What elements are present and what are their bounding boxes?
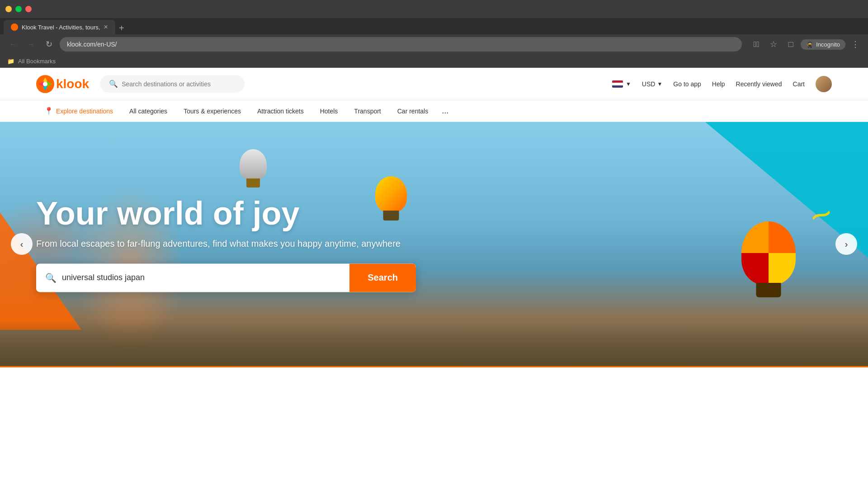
- nav-item-transport[interactable]: Transport: [346, 100, 389, 122]
- incognito-label: Incognito: [816, 41, 840, 48]
- nav-item-label: Explore destinations: [56, 108, 113, 115]
- hero-content: Your world of joy From local escapes to …: [36, 196, 416, 292]
- help-link[interactable]: Help: [712, 80, 725, 88]
- user-avatar[interactable]: [816, 76, 832, 92]
- website: klook 🔍 ▼ USD ▼ Go to app Help Recently …: [0, 68, 868, 402]
- us-flag-icon: [612, 80, 623, 88]
- menu-button[interactable]: ⋮: [848, 37, 863, 52]
- nav-item-hotels[interactable]: Hotels: [312, 100, 346, 122]
- tab-title: Klook Travel - Activities, tours,: [22, 24, 100, 31]
- language-selector[interactable]: ▼: [612, 80, 631, 88]
- tab-favicon: [11, 23, 18, 31]
- header-right: ▼ USD ▼ Go to app Help Recently viewed C…: [612, 76, 832, 92]
- hero-prev-button[interactable]: ‹: [11, 233, 33, 255]
- hero-title: Your world of joy: [36, 196, 416, 231]
- nav-more-button[interactable]: ...: [436, 100, 454, 122]
- header-search[interactable]: 🔍: [100, 75, 245, 93]
- chevron-left-icon: ‹: [20, 239, 24, 249]
- hide-eye-button[interactable]: 👁̸: [749, 37, 764, 52]
- minimize-button[interactable]: [5, 6, 12, 12]
- location-icon: 📍: [44, 107, 53, 115]
- site-header: klook 🔍 ▼ USD ▼ Go to app Help Recently …: [0, 68, 868, 100]
- nav-item-label: Attraction tickets: [257, 108, 304, 115]
- window-controls: [5, 6, 32, 12]
- hero-search-input[interactable]: [62, 264, 340, 292]
- incognito-badge[interactable]: 🥷 Incognito: [801, 39, 845, 50]
- nav-item-explore[interactable]: 📍 Explore destinations: [36, 100, 121, 122]
- header-search-input[interactable]: [122, 80, 236, 88]
- klook-logo[interactable]: klook: [36, 75, 89, 93]
- currency-label: USD: [642, 80, 656, 88]
- close-button[interactable]: [25, 6, 32, 12]
- tab-close-button[interactable]: ×: [104, 23, 108, 31]
- chevron-down-icon: ▼: [657, 81, 662, 87]
- search-icon: 🔍: [109, 80, 118, 88]
- hero-next-button[interactable]: ›: [835, 233, 857, 255]
- svg-point-5: [43, 82, 47, 86]
- browser-tabs: Klook Travel - Activities, tours, × +: [0, 18, 868, 34]
- logo-text: klook: [56, 77, 89, 91]
- klook-logo-icon: [36, 75, 54, 93]
- bookmarks-bar: 📁 All Bookmarks: [0, 54, 868, 68]
- maximize-button[interactable]: [15, 6, 22, 12]
- bookmarks-folder-icon: 📁: [7, 58, 14, 65]
- hero-subtitle: From local escapes to far-flung adventur…: [36, 239, 416, 249]
- toolbar-actions: 👁̸ ☆ □ 🥷 Incognito ⋮: [749, 37, 863, 52]
- bookmarks-label: All Bookmarks: [18, 58, 56, 65]
- new-tab-button[interactable]: +: [115, 22, 128, 34]
- split-view-button[interactable]: □: [783, 37, 798, 52]
- nav-item-label: All categories: [129, 108, 167, 115]
- nav-item-tours[interactable]: Tours & experiences: [175, 100, 249, 122]
- balloon-1: [240, 149, 267, 181]
- hero-section: ~ ‹ › Your world of joy From local escap…: [0, 122, 868, 366]
- back-button[interactable]: ←: [5, 37, 20, 52]
- go-to-app-link[interactable]: Go to app: [673, 80, 701, 88]
- hero-search-button[interactable]: Search: [349, 264, 416, 292]
- nav-item-label: Car rentals: [397, 108, 428, 115]
- browser-titlebar: [0, 0, 868, 18]
- nav-item-car-rentals[interactable]: Car rentals: [389, 100, 436, 122]
- currency-selector[interactable]: USD ▼: [642, 80, 662, 88]
- balloon-3: [741, 221, 796, 285]
- recently-viewed-link[interactable]: Recently viewed: [736, 80, 782, 88]
- hero-search-bar: 🔍 Search: [36, 264, 416, 292]
- forward-button[interactable]: →: [24, 37, 38, 52]
- hero-ground: [0, 321, 868, 366]
- nav-item-label: Hotels: [320, 108, 338, 115]
- browser-chrome: Klook Travel - Activities, tours, × + ← …: [0, 0, 868, 68]
- nav-item-label: Tours & experiences: [184, 108, 241, 115]
- nav-item-label: Transport: [354, 108, 381, 115]
- chevron-right-icon: ›: [845, 239, 848, 249]
- nav-item-attraction-tickets[interactable]: Attraction tickets: [249, 100, 312, 122]
- browser-toolbar: ← → ↻ 👁̸ ☆ □ 🥷 Incognito ⋮: [0, 34, 868, 54]
- bookmark-button[interactable]: ☆: [766, 37, 781, 52]
- page-bottom: [0, 366, 868, 402]
- cart-link[interactable]: Cart: [793, 80, 805, 88]
- incognito-icon: 🥷: [806, 41, 813, 48]
- nav-item-all-categories[interactable]: All categories: [121, 100, 175, 122]
- hero-search-input-wrap: 🔍: [36, 264, 349, 292]
- address-bar[interactable]: [60, 37, 742, 52]
- active-tab[interactable]: Klook Travel - Activities, tours, ×: [4, 20, 115, 34]
- site-nav: 📍 Explore destinations All categories To…: [0, 100, 868, 122]
- search-icon: 🔍: [45, 272, 57, 283]
- reload-button[interactable]: ↻: [42, 37, 56, 52]
- chevron-down-icon: ▼: [626, 81, 631, 87]
